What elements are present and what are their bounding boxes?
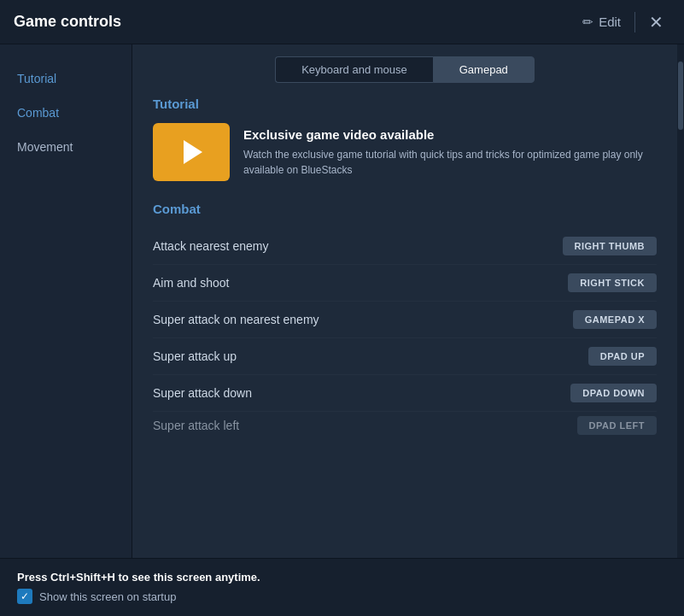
checkmark-icon: ✓ — [20, 591, 29, 601]
sidebar-label-tutorial: Tutorial — [17, 72, 56, 85]
edit-label: Edit — [599, 15, 621, 29]
title-bar-right: ✏ Edit ✕ — [576, 10, 670, 34]
control-badge-1: RIGHT STICK — [568, 273, 657, 292]
scrollbar-thumb[interactable] — [678, 62, 683, 130]
checkbox-label: Show this screen on startup — [39, 590, 176, 603]
tutorial-video-title: Exclusive game video available — [243, 127, 657, 142]
footer-hint: Press Ctrl+Shift+H to see this screen an… — [17, 571, 667, 584]
control-row-1: Aim and shoot RIGHT STICK — [153, 265, 657, 302]
control-label-1: Aim and shoot — [153, 276, 230, 290]
control-badge-2: GAMEPAD X — [573, 310, 657, 329]
sidebar-item-combat[interactable]: Combat — [0, 96, 132, 130]
control-badge-4: DPAD DOWN — [570, 384, 657, 402]
control-row-5: Super attack left DPAD LEFT — [153, 412, 657, 439]
sidebar: Tutorial Combat Movement — [0, 44, 132, 558]
main-layout: Tutorial Combat Movement Keyboard and mo… — [0, 44, 684, 558]
control-label-2: Super attack on nearest enemy — [153, 313, 319, 326]
control-label-0: Attack nearest enemy — [153, 239, 268, 253]
window-title: Game controls — [14, 13, 121, 31]
control-row-4: Super attack down DPAD DOWN — [153, 375, 657, 412]
title-bar: Game controls ✏ Edit ✕ — [0, 0, 684, 44]
control-label-3: Super attack up — [153, 349, 237, 363]
control-row-2: Super attack on nearest enemy GAMEPAD X — [153, 302, 657, 338]
tutorial-text: Exclusive game video available Watch the… — [243, 127, 657, 178]
combat-section: Combat Attack nearest enemy RIGHT THUMB … — [153, 202, 657, 439]
control-label-5: Super attack left — [153, 419, 239, 432]
tab-gamepad[interactable]: Gamepad — [433, 56, 535, 83]
control-badge-3: DPAD UP — [588, 347, 657, 366]
edit-pencil-icon: ✏ — [582, 15, 593, 30]
sidebar-label-movement: Movement — [17, 140, 73, 154]
sidebar-item-movement[interactable]: Movement — [0, 130, 132, 164]
tutorial-video-desc: Watch the exclusive game tutorial with q… — [243, 147, 657, 178]
control-row-0: Attack nearest enemy RIGHT THUMB — [153, 228, 657, 265]
video-thumbnail[interactable] — [153, 123, 230, 181]
scroll-area[interactable]: Tutorial Exclusive game video available … — [132, 93, 677, 558]
title-bar-left: Game controls — [14, 13, 121, 31]
divider — [634, 12, 635, 32]
combat-section-title: Combat — [153, 202, 657, 216]
tab-bar: Keyboard and mouse Gamepad — [132, 44, 677, 93]
scrollbar-track[interactable] — [677, 44, 684, 558]
footer-hint-strong: Press Ctrl+Shift+H to see this screen an… — [17, 571, 260, 584]
control-label-4: Super attack down — [153, 386, 252, 400]
close-button[interactable]: ✕ — [642, 10, 670, 34]
tutorial-section-title: Tutorial — [153, 97, 657, 111]
sidebar-label-combat: Combat — [17, 106, 59, 120]
checkbox-row: ✓ Show this screen on startup — [17, 589, 667, 604]
control-badge-0: RIGHT THUMB — [563, 237, 658, 255]
tutorial-card: Exclusive game video available Watch the… — [153, 123, 657, 181]
sidebar-item-tutorial[interactable]: Tutorial — [0, 62, 132, 96]
content-area: Keyboard and mouse Gamepad Tutorial Excl… — [132, 44, 677, 558]
edit-button[interactable]: ✏ Edit — [576, 11, 628, 33]
control-row-3: Super attack up DPAD UP — [153, 338, 657, 375]
footer: Press Ctrl+Shift+H to see this screen an… — [0, 558, 684, 616]
tab-keyboard-mouse[interactable]: Keyboard and mouse — [275, 56, 433, 83]
control-badge-5: DPAD LEFT — [577, 416, 657, 435]
startup-checkbox[interactable]: ✓ — [17, 589, 32, 604]
play-icon — [184, 140, 202, 164]
